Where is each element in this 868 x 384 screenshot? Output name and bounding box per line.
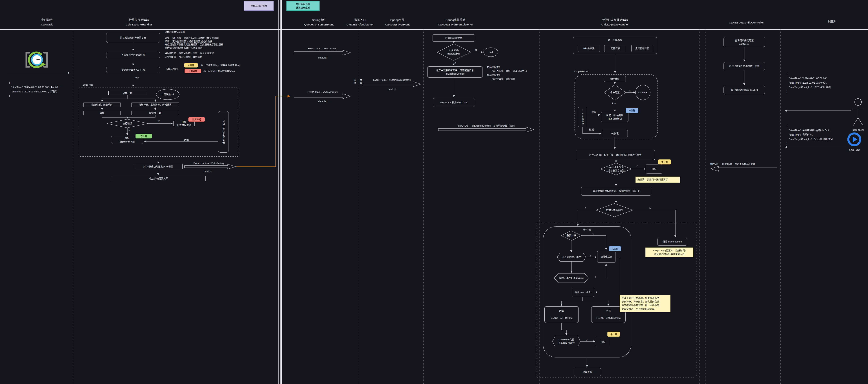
- node-push-success-logs: 对 计算成功的日志 push事件: [134, 164, 183, 169]
- label-listener-arrow: tskvDTOs allEnabledConfigs 是否重新计算：false: [458, 124, 515, 127]
- node-collect-logs: 收集 未匹配、未计算的log: [545, 306, 579, 323]
- task-request-json: { "startTime": "2024-01-01 00:00:00"，【可选…: [9, 81, 60, 98]
- scheduler-clock-icon: [26, 52, 47, 67]
- label-sourceinfo-complete-2: sourceInfo完备 或者是聚合映射: [558, 338, 575, 345]
- node-init-state: 初始化状态: [597, 251, 616, 263]
- node-indicator-calc: 指标计算、高级计算、分摊计算: [131, 102, 179, 107]
- label-return-arrow: tskvList configList 是否重新计算：true: [710, 162, 755, 166]
- node-batch-insert-update: 批量 insert update: [657, 238, 687, 245]
- legend-realtime-line2: 计算日志生成: [296, 6, 310, 9]
- node-query-pending-logs: 查询待计算状态的日志: [106, 67, 160, 73]
- node-mark-2: 打标: [596, 337, 610, 347]
- orange-push-to-history-connector: [236, 96, 290, 167]
- label-new-y: Y: [589, 254, 591, 258]
- participant-label-en: CalcTask: [41, 23, 53, 26]
- participant-label-en: CalcExecuteHandler: [126, 23, 152, 26]
- controller-return-arrow: [711, 166, 777, 171]
- label-recalc: 重新计算: [566, 234, 576, 237]
- participant-label: Spring事件: [312, 18, 326, 22]
- listener-to-handler-arrow: [438, 127, 534, 132]
- node-tskv-object: tskv对象: [604, 76, 626, 82]
- label-form: 形成: [589, 128, 594, 131]
- loop-tskvlist-box: [575, 75, 658, 139]
- caller-request-json-1: { "startTime": "2024-01-01 00:00:00", "e…: [786, 72, 831, 94]
- label-push-datalist: dataList: [204, 170, 212, 173]
- node-query-user-configs: 查询用户指定配置 configList: [723, 37, 765, 47]
- label-save-event: Event：topic = v1/tskv/calc/log/save: [373, 78, 411, 82]
- node-data-mapping: 数据映射、聚合映射: [83, 102, 121, 107]
- node-get-enabled-configs: 缓存中获取所有开启计算的配置信息 allEnabledConfigs: [427, 66, 483, 78]
- label-same-y: Y: [594, 275, 596, 279]
- label-collect-2: 收集: [591, 110, 596, 114]
- label-end: end: [489, 51, 493, 54]
- legend-flow-label: 物计算执行流程: [251, 4, 267, 8]
- label-push-event-topic: Event：topic = v1/tskv/history: [193, 161, 224, 165]
- label-hit-n: N: [629, 90, 630, 93]
- node-update-all-logs: 对全部log更新入库: [111, 176, 206, 181]
- label-topic-valid: topic正确 dataList非空: [447, 49, 460, 56]
- note-expire-policy: 过期时间默认为1周 好处：执行性能、资源消耗可以维持在比较乐观范围 坏处： 无法…: [165, 30, 223, 49]
- participant-calclogsavehandler: 计算日志存储处理器CalcLogSaveHandler: [584, 15, 646, 29]
- participant-label: Spring事件监听: [445, 18, 465, 22]
- participant-label-en: CalcLogSaveEventListener: [438, 23, 473, 26]
- label-mergelog-container: 合并log: [583, 228, 591, 231]
- lifelines: [73, 29, 780, 384]
- node-accumulate: 累加: [83, 111, 121, 115]
- badge-uncalc-2: 未计算: [607, 332, 620, 337]
- note-config-types: 目标物配置：携带目标物、属性，以及公式信息 计算物配置：携带计算物、属性信息: [165, 51, 214, 59]
- label-same-thing: 同物、属性；不同value: [559, 276, 584, 280]
- node-merge-log: 合并log：同一配置、同一时刻的日志对象进行合并: [576, 150, 655, 160]
- node-param-config-info: 配置信息: [604, 45, 626, 52]
- badge-unmatched: 未匹配: [626, 108, 639, 113]
- participant-label: Spring事件: [390, 18, 404, 22]
- note-unique-key: unique key (配置id， 数据时间) 避免多JVM运行导致重复入库: [645, 247, 693, 257]
- label-n1: N: [128, 128, 130, 132]
- history-event-arrow: [294, 94, 351, 99]
- label-listener-n: N: [475, 48, 477, 52]
- label-calc-count: 计算次数 +1: [161, 93, 174, 96]
- label-logs: logs: [135, 76, 139, 80]
- label-forward-col2: 转发: [359, 79, 363, 85]
- batch-group-box: [537, 223, 696, 377]
- push-event-out-arrow: [185, 164, 236, 169]
- sequence-flow-diagram: 物计算执行流程 实时数据消费 计算日志生成 定时调度CalcTask 计算执行处…: [0, 0, 868, 384]
- latest-event-arrow: [294, 50, 351, 55]
- node-convert-protos: tskvProtos 转为 tskvDTOs: [433, 98, 475, 107]
- node-dispatch-calc: 分发计算: [108, 91, 146, 95]
- label-exist-y: Y: [584, 206, 586, 210]
- label-new-thing: 存在新的物、属性: [562, 256, 581, 259]
- label-history-datalist: dataList: [318, 100, 327, 102]
- label-latest-event: Event：topic = v1/tskv/latest: [308, 47, 337, 50]
- label-calc-error-desc: 小于最大可计算次数的异常log: [204, 69, 235, 73]
- label-source-y: Y: [636, 165, 638, 169]
- label-loop-tskvlist: Loop tskvList: [574, 70, 588, 73]
- participant-label: 调用方: [827, 19, 836, 23]
- note-uncalc-meaning: 未计算：表示可以进行计算了: [636, 177, 680, 183]
- node-mark: 打标: [646, 164, 662, 174]
- badge-uncalculated: 未计算: [184, 63, 198, 67]
- label-pending-includes: 待计算包含:: [165, 67, 178, 71]
- label-loop-logs: Loop logs: [83, 83, 93, 87]
- label-sourceinfo-complete: sourceInfo完备 或者是聚合映射: [608, 166, 624, 172]
- participant-calclogsaveevent: Spring事件CalcLogSaveEvent: [367, 15, 428, 29]
- badge-unmatched-2: 未匹配: [609, 246, 621, 251]
- node-query-db-logs: 查询数据库中相同配置、相同时刻的日志记录: [581, 187, 651, 196]
- legend-realtime: 实时数据消费 计算日志生成: [286, 1, 320, 11]
- participant-calctask: 定时调度CalcTask: [16, 15, 78, 29]
- system-startup-play-icon: [848, 134, 860, 145]
- label-recalc-y: Y: [592, 233, 594, 236]
- legend-flow: 物计算执行流程: [244, 1, 274, 11]
- node-generate-log: 生成一条log对象 打上初始标记: [601, 112, 628, 122]
- log-collector-vertical-text: log收集器: [581, 109, 585, 125]
- participant-label: 定时调度: [41, 18, 53, 22]
- badge-uncalc-1: 未计算: [658, 159, 671, 165]
- note-listener-config: 目标物配置： 携带目标物、属性，以及公式信息 计算物配置： 携带计算物、属性信息: [487, 65, 527, 81]
- participant-label: 计算执行处理器: [129, 18, 149, 22]
- label-listener-y: Y: [455, 61, 457, 65]
- participant-label-en: CalcLogSaveEvent: [385, 23, 410, 26]
- label-hit-config: 命中配置: [610, 91, 620, 94]
- node-param-tskv-dataset: tskv数据集: [578, 45, 600, 52]
- user-agent-actor-icon: [852, 98, 864, 126]
- node-log-collector: log收集器: [578, 107, 587, 127]
- label-y1: Y: [158, 119, 160, 123]
